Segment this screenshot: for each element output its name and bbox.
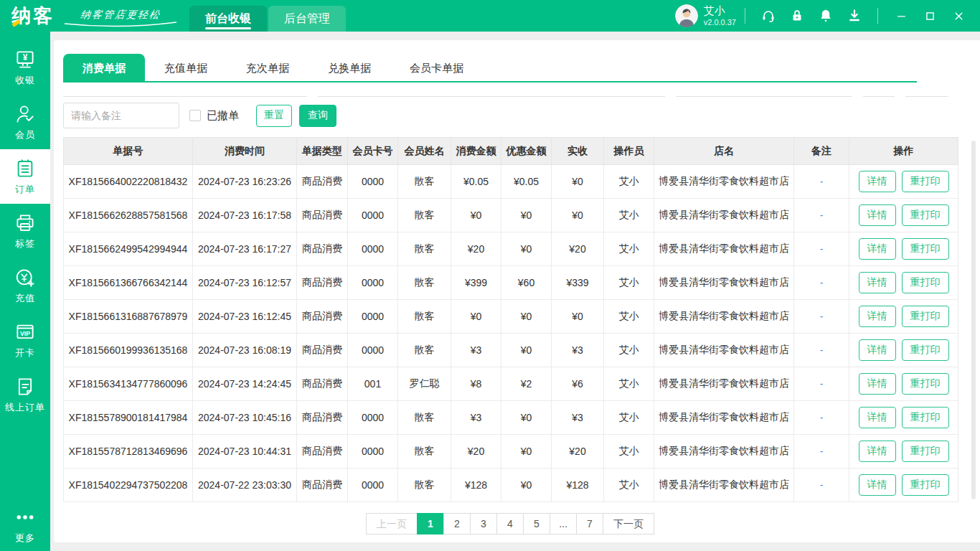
- page-button-7[interactable]: 7: [576, 513, 603, 534]
- cashier-monitor-icon: ¥: [14, 49, 36, 70]
- main-nav-tabs: 前台收银后台管理: [189, 6, 347, 32]
- reprint-button[interactable]: 重打印: [902, 373, 949, 395]
- sidebar-item-开卡[interactable]: VIP开卡: [0, 313, 50, 367]
- table-scrollbar[interactable]: [971, 141, 976, 499]
- download-icon[interactable]: [840, 0, 869, 32]
- column-header-优惠金额: 优惠金额: [501, 138, 552, 165]
- tab-消费单据[interactable]: 消费单据: [63, 54, 145, 81]
- next-page-button[interactable]: 下一页: [603, 513, 654, 534]
- svg-text:¥: ¥: [23, 52, 28, 62]
- detail-button[interactable]: 详情: [859, 441, 896, 462]
- window-controls: [887, 0, 973, 32]
- tab-充值单据[interactable]: 充值单据: [145, 54, 227, 81]
- sidebar-item-会员[interactable]: 会员: [0, 95, 50, 149]
- filter-field-underline[interactable]: [676, 85, 852, 97]
- table-row: XF18156613168876789792024-07-23 16:12:45…: [64, 300, 958, 334]
- filter-field-underline[interactable]: [318, 85, 665, 97]
- user-meta: 艾小 v2.0.0.37: [704, 4, 736, 28]
- detail-button[interactable]: 详情: [859, 373, 896, 395]
- label-printer-icon: [14, 212, 36, 234]
- cell-remark: -: [794, 165, 849, 199]
- cell-type: 商品消费: [297, 199, 348, 232]
- cell-bill_no: XF1815634134777860096: [64, 367, 193, 401]
- table-row: XF18155789001814179842024-07-23 10:45:16…: [64, 401, 958, 435]
- content-card: 消费单据充值单据充次单据兑换单据会员卡单据 已撤单 重置 查询: [54, 40, 980, 542]
- sidebar-item-标签[interactable]: 标签: [0, 204, 50, 258]
- bell-icon[interactable]: [811, 0, 840, 32]
- reprint-button[interactable]: 重打印: [902, 441, 949, 462]
- cell-time: 2024-07-23 16:12:45: [193, 300, 297, 334]
- page-button-5[interactable]: 5: [523, 513, 550, 534]
- avatar[interactable]: [675, 4, 698, 27]
- tab-会员卡单据[interactable]: 会员卡单据: [390, 54, 483, 81]
- cell-paid: ¥20: [552, 232, 604, 266]
- sidebar-item-收银[interactable]: ¥收银: [0, 40, 50, 95]
- cell-remark: -: [794, 232, 849, 266]
- cell-member: 散客: [398, 435, 451, 468]
- reprint-button[interactable]: 重打印: [902, 339, 949, 361]
- cell-card_no: 0000: [348, 468, 398, 502]
- filter-field-underline[interactable]: [905, 85, 948, 97]
- detail-button[interactable]: 详情: [859, 171, 896, 192]
- detail-button[interactable]: 详情: [859, 204, 896, 226]
- filter-field-underline[interactable]: [63, 85, 307, 97]
- tab-充次单据[interactable]: 充次单据: [227, 54, 308, 81]
- sidebar-item-线上订单[interactable]: 线上订单: [0, 367, 50, 422]
- reprint-button[interactable]: 重打印: [902, 474, 949, 496]
- cell-store: 博爱县清华街零食饮料超市店: [654, 266, 794, 300]
- cell-store: 博爱县清华街零食饮料超市店: [654, 300, 794, 334]
- cell-member: 罗仁聪: [398, 367, 451, 401]
- reprint-button[interactable]: 重打印: [902, 238, 949, 260]
- cell-actions: 详情重打印: [849, 232, 958, 266]
- sidebar-item-订单[interactable]: 订单: [0, 149, 50, 204]
- query-button[interactable]: 查询: [299, 105, 336, 127]
- layout: ¥收银会员订单标签充值VIP开卡线上订单更多 消费单据充值单据充次单据兑换单据会…: [0, 32, 980, 551]
- reprint-button[interactable]: 重打印: [902, 204, 949, 226]
- cell-bill_no: XF1815664002220818432: [64, 165, 193, 199]
- cell-time: 2024-07-23 10:45:16: [193, 401, 297, 435]
- detail-button[interactable]: 详情: [859, 474, 896, 496]
- page-button-2[interactable]: 2: [443, 513, 471, 534]
- cell-card_no: 0000: [348, 401, 398, 435]
- cancelled-checkbox[interactable]: [189, 110, 201, 121]
- detail-button[interactable]: 详情: [859, 407, 896, 428]
- reprint-button[interactable]: 重打印: [902, 306, 949, 327]
- sidebar-item-更多[interactable]: 更多: [0, 502, 50, 548]
- cell-bill_no: XF1815662499542994944: [64, 232, 193, 266]
- detail-button[interactable]: 详情: [859, 238, 896, 260]
- detail-button[interactable]: 详情: [859, 306, 896, 327]
- reset-button[interactable]: 重置: [256, 105, 292, 127]
- reprint-button[interactable]: 重打印: [902, 272, 949, 293]
- app-logo: 纳客: [11, 3, 55, 29]
- cell-store: 博爱县清华街零食饮料超市店: [654, 468, 794, 502]
- page-button-4[interactable]: 4: [496, 513, 524, 534]
- sidebar-item-充值[interactable]: 充值: [0, 258, 50, 313]
- detail-button[interactable]: 详情: [859, 339, 896, 361]
- cell-actions: 详情重打印: [849, 266, 958, 300]
- cell-card_no: 0000: [348, 435, 398, 468]
- filter-field-underline[interactable]: [863, 85, 895, 97]
- nav-tab-active[interactable]: 前台收银: [189, 6, 267, 32]
- reprint-button[interactable]: 重打印: [902, 407, 949, 428]
- customer-service-icon[interactable]: [754, 0, 783, 32]
- cell-paid: ¥6: [552, 367, 604, 401]
- cell-member: 散客: [398, 334, 451, 367]
- close-icon[interactable]: [944, 0, 973, 32]
- page-button-1[interactable]: 1: [417, 513, 444, 534]
- lock-icon[interactable]: [783, 0, 811, 32]
- tab-兑换单据[interactable]: 兑换单据: [308, 54, 390, 81]
- topbar-right: 艾小 v2.0.0.37: [675, 0, 973, 32]
- table-header-row: 单据号消费时间单据类型会员卡号会员姓名消费金额优惠金额实收操作员店名备注操作: [64, 138, 958, 165]
- cell-store: 博爱县清华街零食饮料超市店: [654, 367, 794, 401]
- column-header-操作: 操作: [849, 138, 958, 165]
- remark-input[interactable]: [63, 103, 179, 128]
- page-button-3[interactable]: 3: [470, 513, 497, 534]
- nav-tab-inactive[interactable]: 后台管理: [268, 6, 346, 32]
- cell-discount: ¥0: [501, 435, 552, 468]
- page-ellipsis[interactable]: ...: [550, 513, 577, 534]
- minimize-icon[interactable]: [887, 0, 915, 32]
- cell-card_no: 001: [348, 367, 398, 401]
- reprint-button[interactable]: 重打印: [902, 171, 949, 192]
- detail-button[interactable]: 详情: [859, 272, 896, 293]
- maximize-icon[interactable]: [915, 0, 944, 32]
